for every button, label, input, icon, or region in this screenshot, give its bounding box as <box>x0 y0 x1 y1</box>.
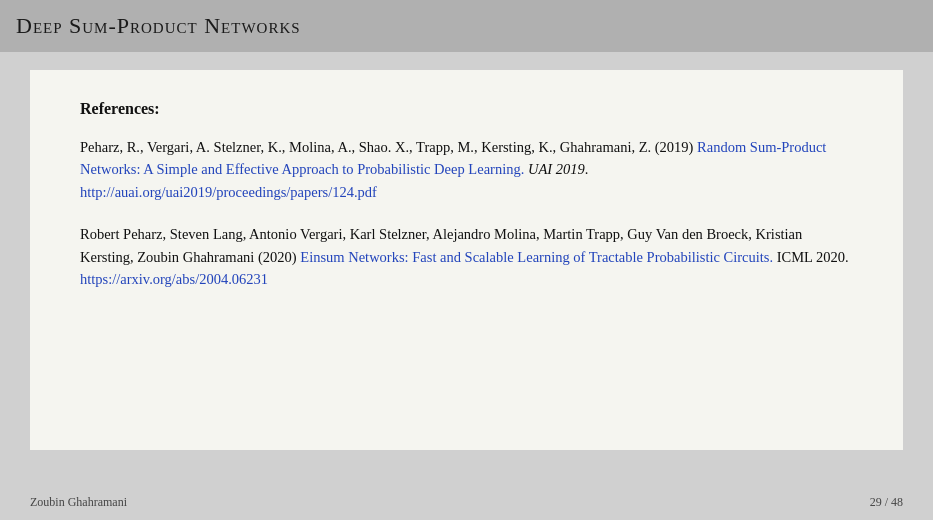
ref2-link[interactable]: Einsum Networks: Fast and Scalable Learn… <box>300 249 773 265</box>
footer-page: 29 / 48 <box>870 495 903 510</box>
ref1-authors: Peharz, R., Vergari, A. Stelzner, K., Mo… <box>80 139 693 155</box>
ref2-url[interactable]: https://arxiv.org/abs/2004.06231 <box>80 271 268 287</box>
slide-title: Deep Sum-Product Networks <box>16 13 301 39</box>
reference-1: Peharz, R., Vergari, A. Stelzner, K., Mo… <box>80 136 853 203</box>
footer: Zoubin Ghahramani 29 / 48 <box>0 495 933 510</box>
ref1-period: . <box>585 161 589 177</box>
references-heading: References: <box>80 100 853 118</box>
header-bar: Deep Sum-Product Networks <box>0 0 933 52</box>
reference-2: Robert Peharz, Steven Lang, Antonio Verg… <box>80 223 853 290</box>
ref1-url[interactable]: http://auai.org/uai2019/proceedings/pape… <box>80 184 377 200</box>
slide-content: References: Peharz, R., Vergari, A. Stel… <box>30 70 903 450</box>
ref2-venue: ICML 2020. <box>777 249 849 265</box>
footer-author: Zoubin Ghahramani <box>30 495 127 510</box>
ref1-venue: UAI 2019 <box>528 161 585 177</box>
